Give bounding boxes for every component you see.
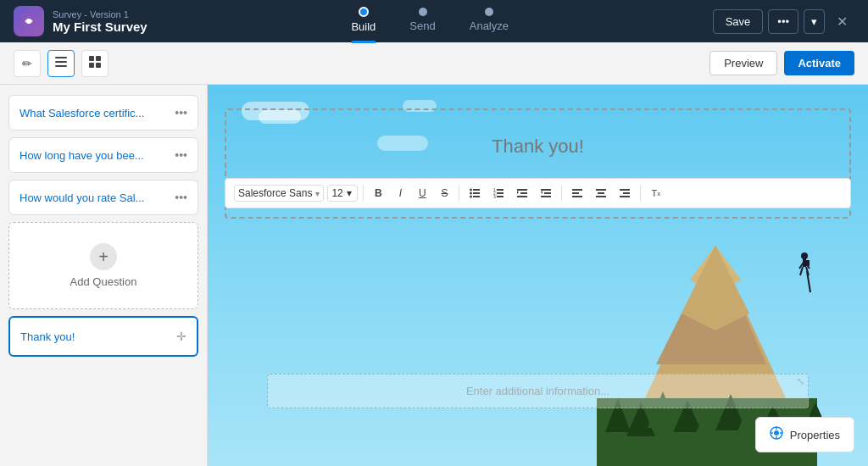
activate-button[interactable]: Activate [784,51,854,75]
svg-text:3.: 3. [493,194,497,198]
tab-build-dot [359,7,369,17]
canvas-area: Thank you! Salesforce Sans ▾ 12 ▾ B I U … [208,85,868,466]
svg-point-11 [470,192,472,195]
preview-button[interactable]: Preview [709,51,777,75]
save-button[interactable]: Save [713,9,764,34]
additional-info-input[interactable]: ⤡ Enter additional information... [267,374,809,408]
properties-icon [770,426,783,443]
font-size-arrow-icon: ▾ [347,187,352,199]
clear-format-button[interactable]: Tx [646,184,665,202]
thank-you-card-text: Thank you! [20,330,75,343]
svg-rect-22 [520,192,527,194]
thank-you-heading: Thank you! [243,136,832,158]
pencil-tool-button[interactable]: ✏ [14,50,41,77]
move-icon: ✛ [176,330,186,343]
svg-rect-29 [572,196,582,197]
question-card-1[interactable]: What Salesforce certific... ••• [8,95,198,130]
font-size-select[interactable]: 12 ▾ [327,185,358,202]
unordered-list-button[interactable] [465,184,485,202]
nav-tabs: Build Send Analyze [351,7,509,36]
font-size-label: 12 [331,187,342,199]
list-tool-button[interactable] [47,50,75,77]
svg-rect-28 [572,192,579,194]
svg-rect-14 [473,196,480,197]
svg-marker-39 [682,246,749,330]
tab-analyze-label: Analyze [470,19,509,32]
italic-button[interactable]: I [391,184,409,202]
svg-point-1 [26,19,31,24]
underline-button[interactable]: U [413,184,431,202]
question-2-more-icon[interactable]: ••• [175,148,187,162]
tab-send[interactable]: Send [409,8,435,36]
svg-rect-16 [497,189,504,191]
align-left-button[interactable] [567,184,587,202]
question-1-text: What Salesforce certific... [19,107,170,119]
svg-rect-10 [473,189,480,191]
svg-rect-21 [517,189,527,191]
list-icon [55,56,67,70]
add-icon: + [90,243,117,270]
svg-rect-2 [55,57,67,58]
question-card-3[interactable]: How would you rate Sal... ••• [8,180,198,215]
ordered-list-button[interactable]: 1.2.3. [488,184,509,202]
close-button[interactable]: ✕ [830,10,854,33]
header-left: Survey - Version 1 My First Survey [14,6,147,36]
toolbar-left: ✏ [14,50,108,77]
canvas-background: Thank you! Salesforce Sans ▾ 12 ▾ B I U … [208,85,868,466]
tab-send-label: Send [409,19,435,32]
strikethrough-button[interactable]: S [435,184,453,202]
svg-rect-4 [55,65,67,67]
more-button[interactable]: ••• [768,9,798,34]
svg-point-60 [774,430,779,435]
divider-2 [459,186,459,201]
svg-rect-34 [623,192,630,194]
question-3-more-icon[interactable]: ••• [175,191,187,204]
svg-rect-33 [620,189,630,191]
question-2-text: How long have you bee... [19,149,170,162]
question-3-text: How would you rate Sal... [19,191,170,204]
tab-build[interactable]: Build [351,7,376,36]
svg-rect-57 [805,260,810,266]
grid-icon [89,56,101,70]
svg-point-9 [470,189,472,191]
question-card-2[interactable]: How long have you bee... ••• [8,137,198,173]
resize-icon: ⤡ [797,376,804,387]
svg-rect-32 [596,196,606,197]
bold-button[interactable]: B [369,184,387,202]
tab-analyze[interactable]: Analyze [470,8,509,36]
indent-decrease-button[interactable] [512,184,532,202]
svg-rect-30 [596,189,606,191]
svg-rect-5 [89,56,94,61]
svg-rect-24 [541,189,551,191]
chevron-button[interactable]: ▾ [804,9,825,34]
svg-rect-25 [544,192,551,194]
svg-rect-23 [517,196,527,197]
header-version: Survey - Version 1 [53,9,147,19]
properties-button[interactable]: Properties [755,417,854,452]
font-family-select[interactable]: Salesforce Sans ▾ [234,185,324,202]
question-1-more-icon[interactable]: ••• [175,106,187,119]
sidebar: What Salesforce certific... ••• How long… [0,85,208,466]
indent-increase-button[interactable] [536,184,556,202]
divider-1 [363,186,364,201]
tab-analyze-dot [485,8,493,16]
grid-tool-button[interactable] [81,50,108,77]
thank-you-card[interactable]: Thank you! ✛ [8,316,198,357]
svg-rect-35 [620,196,630,197]
add-question-card[interactable]: + Add Question [8,222,198,309]
header-right: Save ••• ▾ ✕ [713,9,854,34]
additional-placeholder: Enter additional information... [466,385,609,397]
editor-toolbar: Salesforce Sans ▾ 12 ▾ B I U S 1.2.3. [225,178,851,208]
svg-rect-3 [55,61,67,63]
tab-build-label: Build [351,20,376,33]
align-center-button[interactable] [591,184,611,202]
font-family-arrow-icon: ▾ [315,189,320,198]
svg-point-52 [801,252,808,259]
font-family-label: Salesforce Sans [238,187,312,199]
svg-point-13 [470,196,472,198]
header-title: My First Survey [53,19,147,34]
main-content: What Salesforce certific... ••• How long… [0,85,868,466]
header-title-group: Survey - Version 1 My First Survey [53,9,147,34]
svg-rect-27 [572,189,582,191]
align-right-button[interactable] [615,184,635,202]
